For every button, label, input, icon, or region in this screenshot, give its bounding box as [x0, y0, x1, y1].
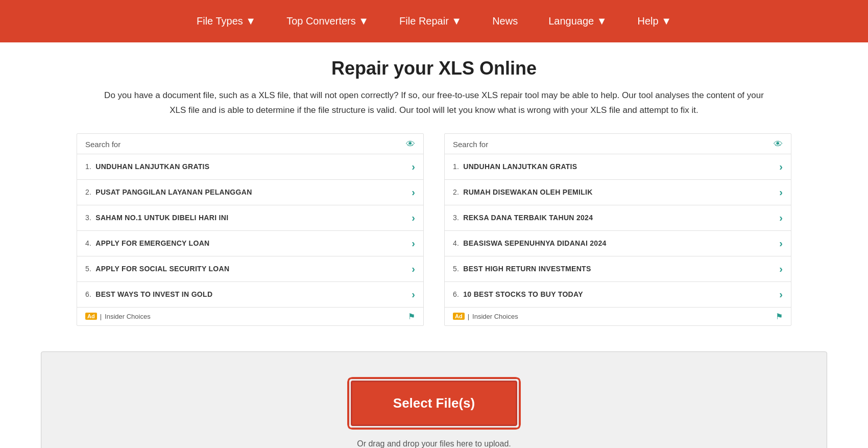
ad-source-left: Insider Choices — [105, 313, 151, 320]
page-title: Repair your XLS Online — [41, 58, 827, 79]
nav-file-repair[interactable]: File Repair ▼ — [399, 15, 462, 27]
select-files-wrapper: Select File(s) — [348, 378, 520, 429]
chevron-right-icon: › — [779, 212, 783, 224]
chevron-right-icon: › — [779, 238, 783, 249]
ad-panel-left-header: Search for 👁 — [77, 134, 423, 154]
ad-flag-icon-right: ⚑ — [776, 312, 783, 321]
select-files-button[interactable]: Select File(s) — [351, 381, 517, 426]
chevron-right-icon: › — [412, 289, 415, 300]
ad-right-search-label: Search for — [453, 140, 488, 149]
ad-left-item-2[interactable]: 2.PUSAT PANGGILAN LAYANAN PELANGGAN › — [77, 179, 423, 205]
main-nav: File Types ▼ Top Converters ▼ File Repai… — [0, 0, 868, 42]
ad-panel-right-header: Search for 👁 — [445, 134, 791, 154]
nav-top-converters[interactable]: Top Converters ▼ — [286, 15, 369, 27]
ad-right-item-3[interactable]: 3.REKSA DANA TERBAIK TAHUN 2024 › — [445, 205, 791, 230]
ad-left-item-1[interactable]: 1.UNDUHAN LANJUTKAN GRATIS › — [77, 154, 423, 179]
chevron-right-icon: › — [412, 238, 415, 249]
chevron-right-icon: › — [779, 289, 783, 300]
ad-panel-left: Search for 👁 1.UNDUHAN LANJUTKAN GRATIS … — [77, 133, 424, 326]
nav-news[interactable]: News — [492, 15, 518, 27]
ad-flag-icon-left: ⚑ — [408, 312, 415, 321]
ad-source-right: Insider Choices — [472, 313, 518, 320]
ad-left-item-5[interactable]: 5.APPLY FOR SOCIAL SECURITY LOAN › — [77, 256, 423, 281]
eye-icon-right: 👁 — [774, 139, 783, 150]
page-description: Do you have a document file, such as a X… — [102, 88, 766, 118]
ad-badge-right: Ad — [453, 313, 465, 320]
ad-left-search-label: Search for — [85, 140, 120, 149]
chevron-right-icon: › — [412, 186, 415, 198]
ad-right-item-4[interactable]: 4.BEASISWA SEPENUHNYA DIDANAI 2024 › — [445, 230, 791, 256]
nav-help[interactable]: Help ▼ — [638, 15, 671, 27]
nav-file-types[interactable]: File Types ▼ — [197, 15, 256, 27]
ad-left-item-4[interactable]: 4.APPLY FOR EMERGENCY LOAN › — [77, 230, 423, 256]
chevron-right-icon: › — [412, 212, 415, 224]
eye-icon-left: 👁 — [406, 139, 415, 150]
ad-separator-right: | — [468, 313, 469, 320]
ad-badge-left: Ad — [85, 313, 97, 320]
upload-section: Select File(s) Or drag and drop your fil… — [41, 351, 827, 448]
ad-right-item-2[interactable]: 2.RUMAH DISEWAKAN OLEH PEMILIK › — [445, 179, 791, 205]
ad-right-footer: Ad | Insider Choices ⚑ — [445, 307, 791, 325]
ad-right-item-1[interactable]: 1.UNDUHAN LANJUTKAN GRATIS › — [445, 154, 791, 179]
chevron-right-icon: › — [412, 161, 415, 173]
ad-left-footer: Ad | Insider Choices ⚑ — [77, 307, 423, 325]
drag-drop-text: Or drag and drop your files here to uplo… — [357, 439, 511, 448]
ad-panel-right: Search for 👁 1.UNDUHAN LANJUTKAN GRATIS … — [444, 133, 791, 326]
chevron-right-icon: › — [779, 161, 783, 173]
ad-separator-left: | — [100, 313, 102, 320]
ad-left-item-3[interactable]: 3.SAHAM NO.1 UNTUK DIBELI HARI INI › — [77, 205, 423, 230]
chevron-right-icon: › — [779, 186, 783, 198]
nav-language[interactable]: Language ▼ — [548, 15, 607, 27]
chevron-right-icon: › — [412, 263, 415, 275]
chevron-right-icon: › — [779, 263, 783, 275]
ad-left-item-6[interactable]: 6.BEST WAYS TO INVEST IN GOLD › — [77, 281, 423, 307]
ad-right-item-6[interactable]: 6.10 BEST STOCKS TO BUY TODAY › — [445, 281, 791, 307]
main-content: Repair your XLS Online Do you have a doc… — [0, 42, 868, 351]
ad-panels: Search for 👁 1.UNDUHAN LANJUTKAN GRATIS … — [41, 133, 827, 326]
ad-right-item-5[interactable]: 5.BEST HIGH RETURN INVESTMENTS › — [445, 256, 791, 281]
